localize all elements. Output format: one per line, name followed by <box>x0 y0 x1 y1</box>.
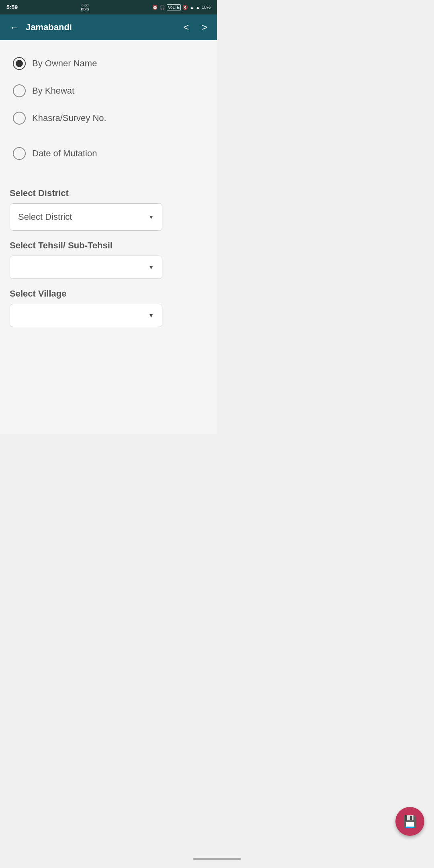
district-dropdown-text: Select District <box>18 212 72 222</box>
tehsil-label: Select Tehsil/ Sub-Tehsil <box>10 240 207 251</box>
radio-label-owner: By Owner Name <box>32 58 97 69</box>
radio-label-khewat: By Khewat <box>32 86 74 96</box>
radio-label-khasra: Khasra/Survey No. <box>32 113 106 123</box>
district-section: Select District Select District ▼ <box>10 188 207 231</box>
status-icons: ⏰ 🎧 VoLTE 🔇 ▲ ▲ 18% <box>152 4 211 10</box>
radio-by-khewat[interactable]: By Khewat <box>10 77 207 104</box>
radio-dot-owner <box>16 60 23 67</box>
toolbar: ← Jamabandi < > <box>0 14 217 40</box>
signal-icon: ▲ <box>196 5 200 10</box>
alarm-icon: ⏰ <box>152 5 158 10</box>
headphone-icon: 🎧 <box>160 5 165 10</box>
radio-circle-mutation <box>13 147 26 160</box>
status-time: 5:59 <box>6 4 18 10</box>
battery-icon: 18% <box>202 5 211 10</box>
district-dropdown-arrow: ▼ <box>148 214 154 220</box>
radio-khasra-survey[interactable]: Khasra/Survey No. <box>10 104 207 132</box>
mute-icon: 🔇 <box>182 5 188 10</box>
district-label: Select District <box>10 188 207 199</box>
village-label: Select Village <box>10 289 207 299</box>
tehsil-dropdown-arrow: ▼ <box>148 264 154 270</box>
district-dropdown[interactable]: Select District ▼ <box>10 203 162 231</box>
main-content: By Owner Name By Khewat Khasra/Survey No… <box>0 40 217 434</box>
status-bar: 5:59 0.00 KB/S ⏰ 🎧 VoLTE 🔇 ▲ ▲ 18% <box>0 0 217 14</box>
radio-circle-khasra <box>13 112 26 125</box>
toolbar-title: Jamabandi <box>26 22 180 33</box>
wifi-icon: ▲ <box>190 5 194 10</box>
radio-circle-khewat <box>13 84 26 97</box>
tehsil-dropdown[interactable]: ▼ <box>10 256 162 279</box>
radio-circle-owner <box>13 57 26 70</box>
village-dropdown[interactable]: ▼ <box>10 304 162 327</box>
prev-button[interactable]: < <box>180 20 192 35</box>
village-dropdown-arrow: ▼ <box>148 312 154 319</box>
status-network: 0.00 KB/S <box>81 3 89 11</box>
village-section: Select Village ▼ <box>10 289 207 327</box>
toolbar-navigation: < > <box>180 20 211 35</box>
radio-by-owner-name[interactable]: By Owner Name <box>10 50 207 77</box>
radio-label-mutation: Date of Mutation <box>32 148 97 159</box>
radio-date-of-mutation[interactable]: Date of Mutation <box>10 140 207 167</box>
next-button[interactable]: > <box>199 20 211 35</box>
tehsil-section: Select Tehsil/ Sub-Tehsil ▼ <box>10 240 207 279</box>
back-button[interactable]: ← <box>6 18 23 36</box>
volte-icon: VoLTE <box>167 4 181 10</box>
radio-group: By Owner Name By Khewat Khasra/Survey No… <box>10 50 207 167</box>
